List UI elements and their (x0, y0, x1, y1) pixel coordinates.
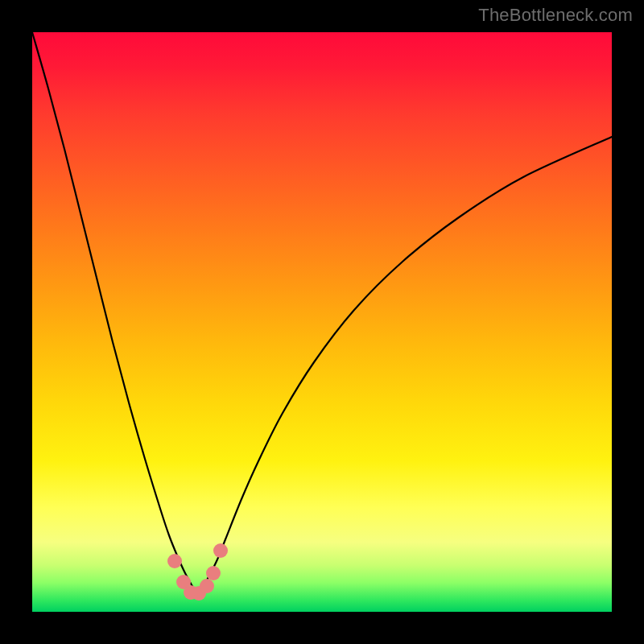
curve-marker (200, 579, 214, 593)
bottleneck-curve (32, 32, 612, 593)
curve-marker (167, 554, 182, 568)
watermark-text: TheBottleneck.com (478, 5, 633, 26)
plot-area (32, 32, 612, 612)
curve-layer (32, 32, 612, 612)
curve-marker (213, 543, 228, 558)
chart-frame: TheBottleneck.com (0, 0, 644, 644)
curve-marker (206, 566, 221, 580)
